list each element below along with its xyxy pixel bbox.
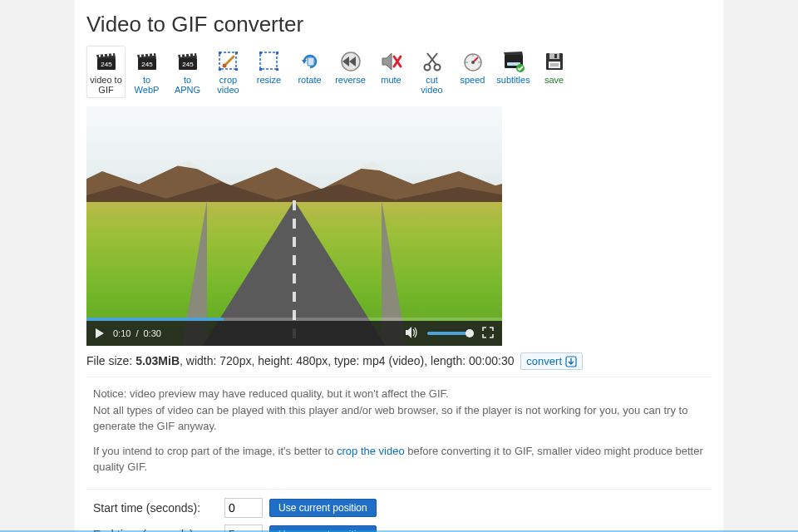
tool-label: save xyxy=(537,75,571,85)
svg-rect-33 xyxy=(308,57,314,66)
file-width: 720px xyxy=(219,354,251,367)
tool-crop-video[interactable]: crop video xyxy=(209,46,248,98)
clapper-245-icon: 245 xyxy=(176,50,200,73)
file-length: 00:00:30 xyxy=(469,354,515,367)
svg-rect-27 xyxy=(260,52,277,69)
svg-point-38 xyxy=(424,65,430,71)
tool-label: cut video xyxy=(415,75,449,95)
duration: 0:30 xyxy=(143,328,160,338)
svg-rect-31 xyxy=(276,68,278,71)
svg-point-39 xyxy=(434,65,440,71)
play-icon[interactable] xyxy=(95,328,105,338)
svg-rect-24 xyxy=(219,68,221,71)
svg-rect-29 xyxy=(276,52,278,54)
crop-video-link[interactable]: crop the video xyxy=(337,445,405,457)
tool-video-to-gif[interactable]: 245video to GIF xyxy=(86,46,126,98)
svg-marker-37 xyxy=(382,53,392,70)
notice-2: If you intend to crop part of the image,… xyxy=(93,443,705,475)
tool-mute[interactable]: mute xyxy=(372,46,411,98)
tool-subtitles[interactable]: subtitles xyxy=(494,46,533,98)
tool-reverse[interactable]: reverse xyxy=(331,46,370,98)
current-time: 0:10 xyxy=(113,328,131,338)
svg-text:245: 245 xyxy=(182,61,194,68)
start-time-label: Start time (seconds): xyxy=(93,501,218,515)
notice-1: Notice: video preview may have reduced q… xyxy=(93,386,705,435)
svg-marker-46 xyxy=(504,52,523,55)
convert-button[interactable]: convert xyxy=(520,352,583,370)
svg-point-26 xyxy=(222,64,226,68)
tool-resize[interactable]: resize xyxy=(249,46,288,98)
convert-label: convert xyxy=(526,355,562,367)
subtitles-icon xyxy=(502,50,525,73)
svg-rect-23 xyxy=(235,52,238,54)
volume-slider[interactable] xyxy=(427,332,474,335)
floppy-icon xyxy=(543,50,566,73)
tool-label: crop video xyxy=(211,75,245,95)
volume-icon[interactable] xyxy=(406,327,419,340)
svg-text:245: 245 xyxy=(141,61,153,68)
svg-marker-60 xyxy=(406,327,411,338)
tool-cut-video[interactable]: cut video xyxy=(412,46,451,98)
use-current-start-button[interactable]: Use current position xyxy=(269,499,377,517)
tool-save[interactable]: save xyxy=(534,46,574,98)
svg-point-41 xyxy=(471,61,475,64)
tool-label: subtitles xyxy=(496,75,530,85)
svg-text:245: 245 xyxy=(101,61,112,68)
svg-rect-28 xyxy=(259,52,262,54)
svg-marker-32 xyxy=(302,60,307,64)
tool-label: rotate xyxy=(293,75,327,85)
tool-label: to APNG xyxy=(170,75,204,95)
svg-rect-30 xyxy=(259,68,262,71)
crop-brush-icon xyxy=(217,50,240,73)
scissors-icon xyxy=(421,50,444,73)
page-title: Video to GIF converter xyxy=(86,12,712,37)
tool-to-webp[interactable]: 245to WebP xyxy=(127,46,166,98)
tool-label: to WebP xyxy=(130,75,164,95)
tool-label: video to GIF xyxy=(89,75,123,95)
time-display: 0:10 / 0:30 xyxy=(113,328,161,338)
tool-label: reverse xyxy=(333,75,367,85)
video-controls: 0:10 / 0:30 xyxy=(86,321,502,346)
file-type: mp4 (video) xyxy=(362,354,424,367)
svg-rect-25 xyxy=(235,68,238,71)
svg-rect-22 xyxy=(219,52,221,54)
reverse-icon xyxy=(339,50,362,73)
start-time-input[interactable] xyxy=(224,498,263,518)
video-preview[interactable]: 0:10 / 0:30 xyxy=(86,106,502,346)
file-size: 5.03MiB xyxy=(135,354,180,367)
tool-speed[interactable]: speed xyxy=(453,46,492,98)
video-frame xyxy=(86,106,502,346)
svg-marker-59 xyxy=(96,328,104,338)
svg-rect-51 xyxy=(554,54,557,58)
clapper-245-icon: 245 xyxy=(95,50,118,73)
tool-label: resize xyxy=(252,75,286,85)
mute-icon xyxy=(380,50,403,73)
resize-icon xyxy=(258,50,281,73)
svg-rect-52 xyxy=(549,62,560,68)
tool-label: mute xyxy=(374,75,408,85)
rotate-icon xyxy=(298,50,322,73)
file-meta: File size: 5.03MiB, width: 720px, height… xyxy=(86,352,712,370)
tool-label: speed xyxy=(456,75,490,85)
toolbar: 245video to GIF245to WebP245to APNGcrop … xyxy=(86,46,712,98)
file-height: 480px xyxy=(296,354,328,367)
clapper-245-icon: 245 xyxy=(135,50,159,73)
tool-rotate[interactable]: rotate xyxy=(290,46,329,98)
tool-to-apng[interactable]: 245to APNG xyxy=(168,46,207,98)
fullscreen-icon[interactable] xyxy=(482,327,494,340)
speed-icon xyxy=(461,50,485,73)
